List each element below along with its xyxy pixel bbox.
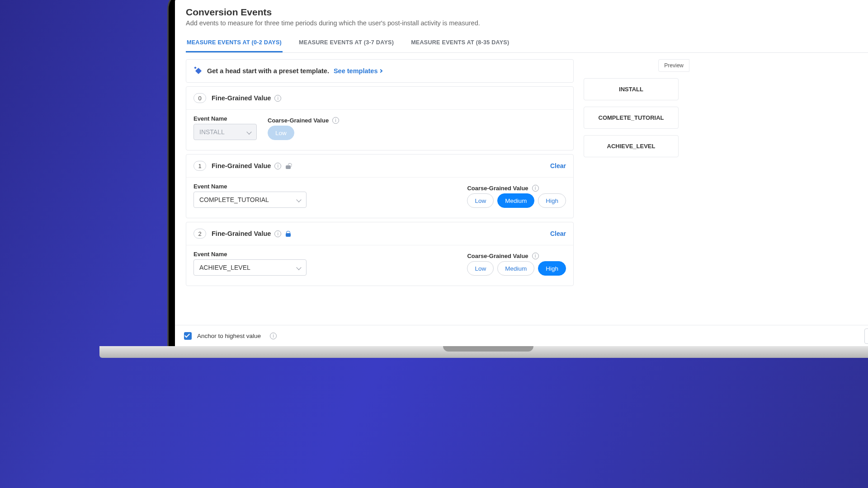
event-name-select-0: INSTALL <box>193 124 257 140</box>
laptop-notch <box>443 346 533 352</box>
coarse-low-1[interactable]: Low <box>467 193 494 208</box>
info-icon[interactable]: i <box>274 95 281 102</box>
preview-item-complete-tutorial: COMPLETE_TUTORIAL <box>584 107 678 128</box>
preview-tag: Preview <box>658 59 689 72</box>
preview-item-install: INSTALL <box>584 79 678 100</box>
event-name-select-2[interactable]: ACHIEVE_LEVEL <box>193 259 307 276</box>
chevron-right-icon <box>379 69 382 73</box>
info-icon[interactable]: i <box>532 253 539 259</box>
event-name-label: Event Name <box>193 183 307 190</box>
info-icon[interactable]: i <box>274 230 281 237</box>
lock-icon[interactable] <box>286 231 292 237</box>
laptop-frame: Conversion Events Add events to measure … <box>167 0 868 348</box>
chevron-down-icon <box>296 197 301 202</box>
tab-3-7-days[interactable]: MEASURE EVENTS AT (3-7 DAYS) <box>298 35 395 52</box>
preset-banner: Get a head start with a preset template.… <box>186 59 574 83</box>
anchor-checkbox[interactable] <box>184 332 192 340</box>
row-index-1: 1 <box>193 161 206 171</box>
tabs: MEASURE EVENTS AT (0-2 DAYS) MEASURE EVE… <box>186 35 868 53</box>
event-name-value-1: COMPLETE_TUTORIAL <box>199 196 269 203</box>
coarse-high-2[interactable]: High <box>538 261 566 276</box>
page-subtitle: Add events to measure for three time per… <box>186 19 868 27</box>
page-title: Conversion Events <box>186 7 868 18</box>
fine-grained-row-1: 1 Fine-Grained Value i Clear Event Name … <box>186 154 574 218</box>
anchor-label: Anchor to highest value <box>197 333 261 339</box>
coarse-high-1[interactable]: High <box>538 193 566 208</box>
event-name-value-2: ACHIEVE_LEVEL <box>199 264 250 271</box>
tab-0-2-days[interactable]: MEASURE EVENTS AT (0-2 DAYS) <box>186 35 283 52</box>
lock-open-icon[interactable] <box>286 163 292 169</box>
chevron-down-icon <box>296 265 301 270</box>
preview-item-achieve-level: ACHIEVE_LEVEL <box>584 136 678 157</box>
chevron-down-icon <box>246 129 251 134</box>
fine-grained-row-0: 0 Fine-Grained Value i Event Name INSTAL… <box>186 86 574 150</box>
coarse-label: Coarse-Grained Value <box>268 117 329 124</box>
screen: Conversion Events Add events to measure … <box>175 0 868 347</box>
info-icon[interactable]: i <box>270 333 277 339</box>
laptop-hinge <box>99 346 868 358</box>
coarse-label: Coarse-Grained Value <box>467 185 528 192</box>
see-templates-label: See templates <box>334 67 378 75</box>
info-icon[interactable]: i <box>332 117 339 124</box>
row-title-2: Fine-Grained Value <box>212 230 271 237</box>
sparkle-icon <box>194 67 203 75</box>
event-name-label: Event Name <box>193 115 257 122</box>
clear-button-1[interactable]: Clear <box>550 162 566 169</box>
tab-8-35-days[interactable]: MEASURE EVENTS AT (8-35 DAYS) <box>410 35 510 52</box>
event-name-select-1[interactable]: COMPLETE_TUTORIAL <box>193 192 307 208</box>
see-templates-link[interactable]: See templates <box>334 67 382 75</box>
page: Conversion Events Add events to measure … <box>175 0 868 347</box>
coarse-low-0: Low <box>268 126 294 140</box>
info-icon[interactable]: i <box>532 185 539 192</box>
event-name-value-0: INSTALL <box>199 128 225 136</box>
row-title-0: Fine-Grained Value <box>212 94 271 102</box>
row-title-1: Fine-Grained Value <box>212 162 271 169</box>
coarse-label: Coarse-Grained Value <box>467 253 528 259</box>
footer: Anchor to highest value i Restore Previo… <box>175 325 868 347</box>
info-icon[interactable]: i <box>274 163 281 169</box>
preset-text: Get a head start with a preset template. <box>207 67 329 75</box>
row-index-0: 0 <box>193 93 206 103</box>
restore-previous-button[interactable]: Restore Previous Configuration <box>864 328 868 344</box>
event-name-label: Event Name <box>193 251 307 258</box>
coarse-medium-2[interactable]: Medium <box>497 261 534 276</box>
coarse-medium-1[interactable]: Medium <box>497 193 534 208</box>
coarse-low-2[interactable]: Low <box>467 261 494 276</box>
row-index-2: 2 <box>193 229 206 239</box>
clear-button-2[interactable]: Clear <box>550 230 566 237</box>
fine-grained-row-2: 2 Fine-Grained Value i Clear Event Name … <box>186 222 574 286</box>
preview-column: Preview INSTALL COMPLETE_TUTORIAL ACHIEV… <box>584 59 679 312</box>
